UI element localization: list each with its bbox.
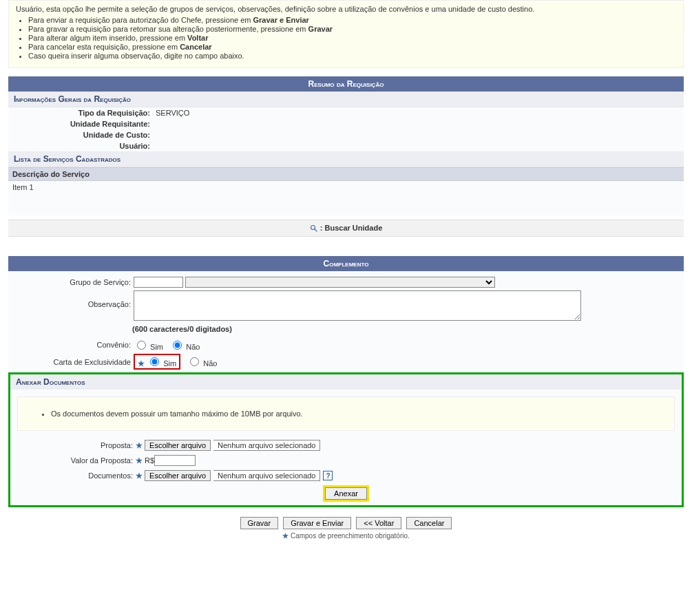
intro-item: Caso queira inserir alguma observação, d… (28, 52, 676, 60)
help-icon[interactable]: ? (323, 471, 333, 480)
resumo-sub-lista: Lista de Serviços Cadastrados (8, 151, 684, 167)
valor-row: Valor da Proposta: ★ R$ (10, 453, 682, 468)
anexar-section: Anexar Documentos Os documentos devem po… (8, 372, 684, 507)
grupo-code-input[interactable] (134, 277, 183, 288)
svg-line-1 (314, 229, 317, 232)
carta-sim-option[interactable]: Sim (147, 359, 176, 368)
info-table: Tipo da Requisição:SERVIÇO Unidade Requi… (8, 107, 684, 151)
intro-item: Para alterar algum item inserido, pressi… (28, 34, 676, 42)
servico-row: Item 1 (12, 183, 680, 191)
documentos-file-button[interactable]: Escolher arquivo (145, 470, 211, 481)
valor-label: Valor da Proposta: (14, 456, 136, 465)
svg-point-0 (311, 226, 315, 230)
documentos-file-status: Nenhum arquivo selecionado (213, 470, 320, 481)
convenio-label: Convênio: (12, 341, 134, 349)
grupo-label: Grupo de Serviço: (12, 278, 134, 286)
servico-list: Item 1 (8, 181, 684, 215)
anexar-note: Os documentos devem possuir um tamanho m… (51, 410, 662, 418)
anexar-button[interactable]: Anexar (325, 487, 367, 500)
buscar-unidade-hint: : Buscar Unidade (8, 220, 684, 237)
required-star-icon: ★ (282, 532, 289, 540)
carta-sim-highlight: ★ Sim (134, 354, 180, 370)
carta-sim-radio[interactable] (150, 357, 159, 366)
unidade-req-label: Unidade Requisitante: (8, 118, 153, 129)
proposta-label: Proposta: (14, 441, 136, 449)
required-star-icon: ★ (136, 441, 143, 450)
search-icon (310, 224, 318, 233)
resumo-caption: Resumo da Requisição (8, 76, 684, 92)
anexar-note-box: Os documentos devem possuir um tamanho m… (17, 396, 675, 431)
footer-note: ★ Campos de preenchimento obrigatório. (8, 532, 684, 552)
gravar-enviar-button[interactable]: Gravar e Enviar (283, 517, 351, 529)
gravar-button[interactable]: Gravar (240, 517, 279, 529)
grupo-row: Grupo de Serviço: (8, 275, 684, 289)
complemento-caption: Complemento (8, 256, 684, 271)
documentos-row: Documentos: ★ Escolher arquivoNenhum arq… (10, 468, 682, 483)
resumo-sub-info: Informações Gerais da Requisição (8, 92, 684, 107)
unidade-req-value (153, 118, 684, 129)
intro-item: Para cancelar esta requisição, pressione… (28, 43, 676, 51)
proposta-row: Proposta: ★ Escolher arquivoNenhum arqui… (10, 438, 682, 453)
anexar-caption: Anexar Documentos (10, 374, 682, 390)
required-star-icon: ★ (136, 456, 143, 465)
convenio-sim-option[interactable]: Sim (134, 343, 163, 351)
convenio-nao-option[interactable]: Não (169, 343, 200, 351)
proposta-file-button[interactable]: Escolher arquivo (145, 440, 211, 451)
cancelar-button[interactable]: Cancelar (406, 517, 452, 529)
documentos-label: Documentos: (14, 471, 136, 480)
buscar-label: : Buscar Unidade (320, 224, 382, 232)
intro-lead: Usuário, esta opção lhe permite a seleçã… (16, 5, 676, 13)
carta-nao-radio[interactable] (190, 357, 199, 366)
carta-label: Carta de Exclusividade (12, 358, 134, 366)
carta-row: Carta de Exclusividade ★ Sim Não (8, 352, 684, 371)
usuario-label: Usuário: (8, 140, 153, 151)
action-buttons: Gravar Gravar e Enviar << Voltar Cancela… (8, 511, 684, 532)
servico-col-header: Descrição do Serviço (8, 167, 684, 181)
required-star-icon: ★ (138, 359, 145, 368)
carta-nao-option[interactable]: Não (187, 359, 217, 368)
intro-item: Para enviar a requisição para autorizaçã… (28, 16, 676, 24)
obs-row: Observação: (8, 289, 684, 323)
unidade-custo-value (153, 129, 684, 140)
unidade-custo-label: Unidade de Custo: (8, 129, 153, 140)
grupo-select[interactable] (185, 277, 495, 288)
valor-prefix: R$ (145, 456, 154, 465)
valor-input[interactable] (154, 455, 196, 466)
intro-box: Usuário, esta opção lhe permite a seleçã… (8, 0, 684, 68)
convenio-row: Convênio: Sim Não (8, 337, 684, 352)
tipo-label: Tipo da Requisição: (8, 107, 153, 118)
intro-item: Para gravar a requisição para retomar su… (28, 25, 676, 33)
proposta-file-status: Nenhum arquivo selecionado (213, 440, 320, 451)
obs-label: Observação: (12, 290, 134, 308)
required-star-icon: ★ (136, 471, 143, 480)
convenio-sim-radio[interactable] (137, 341, 146, 350)
tipo-value: SERVIÇO (153, 107, 684, 118)
convenio-nao-radio[interactable] (173, 341, 182, 350)
char-count: (600 caracteres/0 digitados) (132, 323, 684, 337)
voltar-button[interactable]: << Voltar (356, 517, 401, 529)
intro-list: Para enviar a requisição para autorizaçã… (28, 16, 676, 60)
obs-textarea[interactable] (134, 290, 581, 321)
usuario-value (153, 140, 684, 151)
